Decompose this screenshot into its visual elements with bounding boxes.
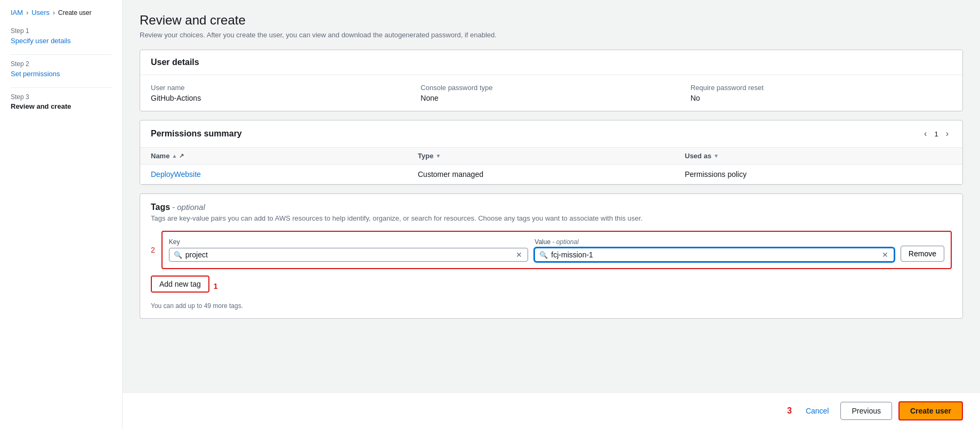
page-title: Review and create	[140, 13, 963, 28]
table-row: DeployWebsite Customer managed Permissio…	[140, 165, 962, 184]
tags-description: Tags are key-value pairs you can add to …	[151, 214, 952, 222]
col-used-as-label: Used as	[685, 152, 711, 160]
cell-type: Customer managed	[418, 170, 685, 179]
col-used-as-header: Used as ▼	[685, 152, 952, 160]
add-new-tag-btn[interactable]: Add new tag	[152, 277, 208, 292]
annotation-3: 3	[787, 406, 792, 416]
add-tag-outline: Add new tag	[151, 276, 209, 293]
permissions-table-header: Name ▲ ↗ Type ▼ Used as ▼	[140, 148, 962, 165]
key-field: Key 🔍 ✕	[169, 238, 529, 262]
previous-button[interactable]: Previous	[840, 402, 892, 420]
require-reset-field: Require password reset No	[691, 84, 952, 102]
pagination-controls: ‹ 1 ›	[921, 128, 952, 140]
key-clear-btn[interactable]: ✕	[515, 250, 523, 259]
permissions-header: Permissions summary ‹ 1 ›	[140, 120, 962, 148]
policy-name-link[interactable]: DeployWebsite	[151, 170, 201, 179]
user-details-header: User details	[140, 50, 962, 75]
console-password-value: None	[420, 94, 682, 102]
col-name-header: Name ▲ ↗	[151, 152, 418, 160]
key-input-wrapper: 🔍 ✕	[169, 248, 529, 262]
tags-count-note: You can add up to 49 more tags.	[151, 302, 243, 310]
breadcrumb-users[interactable]: Users	[31, 9, 50, 17]
value-field: Value - optional 🔍 ✕	[534, 238, 894, 262]
tags-body: Tags - optional Tags are key-value pairs…	[140, 194, 962, 318]
value-input-wrapper: 🔍 ✕	[534, 248, 894, 262]
key-input[interactable]	[185, 250, 512, 259]
breadcrumb-sep1: ›	[26, 9, 28, 17]
permissions-title: Permissions summary	[151, 129, 242, 139]
add-tag-wrapper: Add new tag 1	[151, 276, 218, 297]
breadcrumb-sep2: ›	[53, 9, 55, 17]
create-user-button[interactable]: Create user	[898, 401, 963, 420]
cancel-button[interactable]: Cancel	[800, 403, 835, 418]
tag-row-1: 2 Key 🔍 ✕ Value - optional	[151, 231, 952, 269]
user-details-body: User name GitHub-Actions Console passwor…	[140, 75, 962, 111]
cell-name: DeployWebsite	[151, 170, 418, 179]
username-label: User name	[151, 84, 412, 92]
value-input[interactable]	[551, 250, 878, 259]
col-type-header: Type ▼	[418, 152, 685, 160]
col-type-label: Type	[418, 152, 433, 160]
tags-section-title: Tags	[151, 203, 170, 212]
sidebar: IAM › Users › Create user Step 1 Specify…	[0, 0, 123, 429]
user-details-grid: User name GitHub-Actions Console passwor…	[151, 84, 952, 102]
username-value: GitHub-Actions	[151, 94, 412, 102]
tag-inputs: Key 🔍 ✕ Value - optional 🔍	[161, 231, 952, 269]
step3-current: Review and create	[11, 102, 111, 110]
annotation-1: 1	[214, 282, 218, 290]
step3-label: Step 3	[11, 93, 111, 101]
value-label: Value - optional	[534, 238, 894, 246]
main-content: Review and create Review your choices. A…	[123, 0, 980, 429]
step2-link[interactable]: Set permissions	[11, 70, 60, 78]
console-password-label: Console password type	[420, 84, 682, 92]
sort-icon-used-as: ▼	[714, 153, 719, 159]
key-label: Key	[169, 238, 529, 246]
annotation-2: 2	[151, 246, 155, 254]
value-clear-btn[interactable]: ✕	[881, 250, 889, 259]
pagination-current: 1	[934, 130, 938, 138]
col-name-label: Name	[151, 152, 169, 160]
user-details-card: User details User name GitHub-Actions Co…	[140, 50, 963, 111]
pagination-next-btn[interactable]: ›	[943, 128, 952, 140]
sort-icon-name: ▲	[172, 153, 177, 159]
username-field: User name GitHub-Actions	[151, 84, 412, 102]
external-link-icon: ↗	[179, 152, 184, 159]
step1-label: Step 1	[11, 27, 111, 35]
step2-label: Step 2	[11, 60, 111, 68]
console-password-field: Console password type None	[420, 84, 682, 102]
tags-count-note-wrapper: You can add up to 49 more tags.	[151, 301, 952, 310]
permissions-card: Permissions summary ‹ 1 › Name ▲ ↗ Type …	[140, 120, 963, 185]
require-reset-value: No	[691, 94, 952, 102]
step2-block: Step 2 Set permissions	[11, 60, 111, 78]
pagination-prev-btn[interactable]: ‹	[921, 128, 930, 140]
tags-title-line: Tags - optional	[151, 203, 952, 212]
breadcrumb: IAM › Users › Create user	[11, 9, 111, 17]
breadcrumb-iam[interactable]: IAM	[11, 9, 23, 17]
user-details-title: User details	[151, 58, 199, 67]
require-reset-label: Require password reset	[691, 84, 952, 92]
step3-block: Step 3 Review and create	[11, 93, 111, 110]
remove-tag-btn[interactable]: Remove	[901, 246, 944, 262]
key-search-icon: 🔍	[174, 251, 182, 259]
cell-used-as: Permissions policy	[685, 170, 952, 179]
tags-optional-text: - optional	[172, 203, 205, 212]
step1-link[interactable]: Specify user details	[11, 37, 71, 45]
footer-bar: 3 Cancel Previous Create user	[123, 392, 980, 429]
step1-block: Step 1 Specify user details	[11, 27, 111, 45]
breadcrumb-current: Create user	[58, 9, 92, 17]
value-search-icon: 🔍	[539, 251, 548, 259]
page-subtitle: Review your choices. After you create th…	[140, 31, 963, 39]
sort-icon-type: ▼	[435, 153, 441, 159]
tags-card: Tags - optional Tags are key-value pairs…	[140, 193, 963, 319]
